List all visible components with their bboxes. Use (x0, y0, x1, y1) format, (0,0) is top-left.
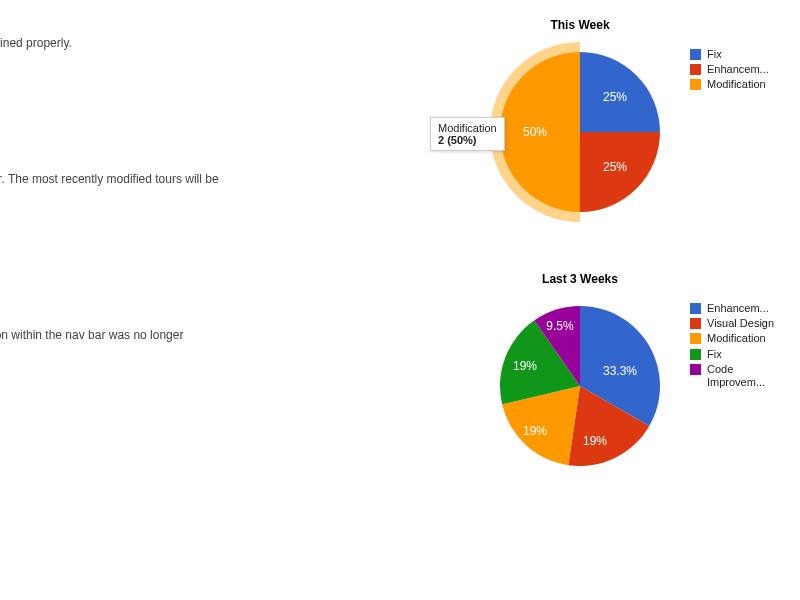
tooltip-value: 2 (50%) (438, 134, 477, 146)
entry-desc: more from being combined properly. (0, 35, 440, 52)
chart-title: This Week (480, 18, 680, 32)
legend-swatch (690, 364, 701, 375)
legend-item[interactable]: Enhancem... (690, 63, 769, 76)
legend-swatch (690, 79, 701, 90)
chart-this-week: This Week 25% 25% 50% Modification 2 (50… (480, 18, 800, 232)
pie-chart[interactable] (500, 306, 660, 466)
slice-label: 19% (583, 434, 607, 448)
slice-label: 50% (523, 125, 547, 139)
slice-label: 19% (513, 359, 537, 373)
legend-swatch (690, 49, 701, 60)
legend-swatch (690, 349, 701, 360)
chart-last-3-weeks: Last 3 Weeks 33.3% 19% 19% 19% 9.5% (480, 272, 800, 486)
legend-item[interactable]: Modification (690, 332, 790, 345)
chart-legend: Fix Enhancem... Modification (690, 48, 769, 94)
chart-legend: Enhancem... Visual Design Modification F… (690, 302, 790, 391)
legend-swatch (690, 318, 701, 329)
legend-swatch (690, 303, 701, 314)
entry-title: from nav (0, 298, 440, 321)
legend-item[interactable]: Code Improvem... (690, 363, 790, 389)
chart-tooltip: Modification 2 (50%) (430, 117, 505, 151)
chart-title: Last 3 Weeks (480, 272, 680, 286)
entry-title: urs list (0, 142, 440, 165)
legend-swatch (690, 64, 701, 75)
slice-label: 19% (523, 424, 547, 438)
entry-fragment-3: from nav so the 'Live Chat' button withi… (0, 298, 440, 344)
legend-item[interactable]: Visual Design (690, 317, 790, 330)
entry-fragment-2: urs list dified date of each tour. The m… (0, 142, 440, 188)
legend-item[interactable]: Fix (690, 348, 790, 361)
legend-item[interactable]: Fix (690, 48, 769, 61)
tooltip-title: Modification (438, 122, 497, 134)
slice-label: 33.3% (603, 364, 637, 378)
slice-label: 9.5% (546, 319, 573, 333)
entry-fragment-1: more from being combined properly. (0, 35, 440, 52)
legend-item[interactable]: Modification (690, 78, 769, 91)
legend-swatch (690, 333, 701, 344)
entry-desc: so the 'Live Chat' button within the nav… (0, 327, 440, 344)
slice-label: 25% (603, 90, 627, 104)
legend-item[interactable]: Enhancem... (690, 302, 790, 315)
slice-label: 25% (603, 160, 627, 174)
entry-desc: dified date of each tour. The most recen… (0, 171, 440, 188)
